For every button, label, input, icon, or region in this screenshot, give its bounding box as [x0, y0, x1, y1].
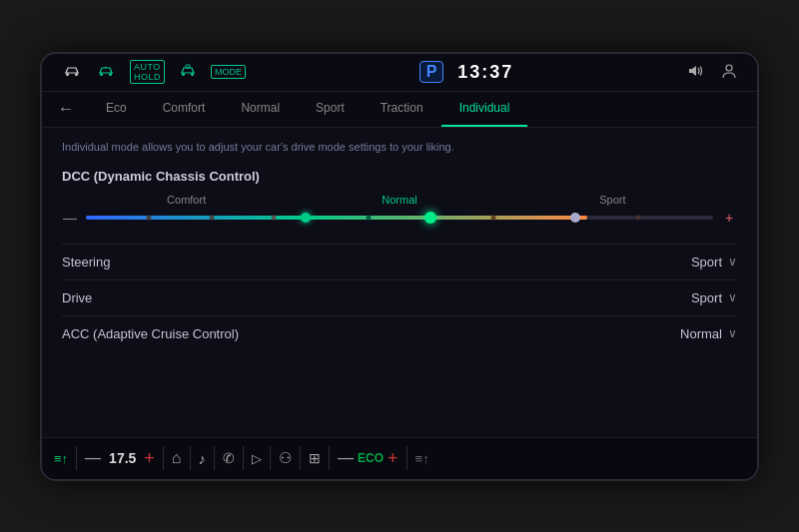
steering-label: Steering — [62, 255, 110, 269]
track-dot-2 — [209, 215, 214, 220]
status-bar: AUTOHOLD MODE P 13:37 — [42, 54, 757, 92]
comfort-label: Comfort — [80, 194, 293, 206]
svg-point-2 — [100, 73, 103, 76]
drive-chevron-icon: ∨ — [728, 290, 737, 304]
separator-2 — [163, 446, 164, 470]
tab-traction[interactable]: Traction — [363, 92, 441, 127]
svg-point-7 — [726, 65, 732, 71]
slider-dot-sport[interactable] — [570, 213, 580, 223]
acc-label: ACC (Adaptive Cruise Control) — [62, 326, 239, 341]
separator-1 — [76, 446, 77, 470]
track-dot-1 — [146, 215, 151, 220]
separator-8 — [329, 446, 330, 470]
back-button[interactable]: ← — [58, 100, 74, 118]
acc-chevron-icon: ∨ — [728, 326, 737, 340]
temp-plus-button[interactable]: + — [144, 448, 155, 469]
temperature-display: 17.5 — [109, 450, 136, 466]
parking-indicator: P — [419, 61, 444, 83]
separator-6 — [270, 446, 271, 470]
tab-comfort[interactable]: Comfort — [145, 92, 224, 127]
acc-value-dropdown[interactable]: Normal ∨ — [680, 326, 737, 341]
slider-plus-button[interactable]: + — [721, 210, 737, 226]
person-icon[interactable]: ⚇ — [279, 449, 292, 467]
slider-dot-normal[interactable] — [424, 212, 436, 224]
status-icons-right — [687, 63, 737, 82]
drive-label: Drive — [62, 290, 92, 305]
dcc-title: DCC (Dynamic Chassis Control) — [62, 169, 737, 184]
acc-value: Normal — [680, 326, 722, 341]
slider-track-wrapper: — + — [62, 210, 737, 226]
clock-display: 13:37 — [457, 62, 513, 83]
steering-value-dropdown[interactable]: Sport ∨ — [691, 255, 737, 269]
mode-icon: MODE — [211, 65, 246, 79]
mode-tabs: ← Eco Comfort Normal Sport Traction Indi… — [42, 92, 757, 128]
tab-normal[interactable]: Normal — [223, 92, 298, 127]
grid-icon[interactable]: ⊞ — [309, 450, 321, 466]
separator-9 — [406, 446, 407, 470]
slider-fill-right — [306, 216, 588, 220]
car-icon — [62, 64, 82, 81]
track-dot-5 — [491, 215, 496, 220]
seat-heat-icon[interactable]: ≡↑ — [54, 451, 68, 466]
svg-point-1 — [75, 73, 78, 76]
eco-label: ECO — [358, 451, 384, 465]
temp-minus-button[interactable]: — — [85, 449, 101, 467]
seat-adjust-icon[interactable]: ≡↑ — [415, 451, 429, 466]
eco-car-icon — [96, 64, 116, 81]
status-icons-left: AUTOHOLD MODE — [62, 60, 246, 84]
svg-point-4 — [182, 73, 185, 76]
volume-icon — [687, 64, 705, 81]
music-icon[interactable]: ♪ — [199, 450, 207, 467]
mode-description: Individual mode allows you to adjust you… — [62, 140, 737, 155]
dcc-section: DCC (Dynamic Chassis Control) Comfort No… — [62, 169, 737, 226]
slider-dot-comfort[interactable] — [301, 213, 311, 223]
steering-chevron-icon: ∨ — [728, 255, 737, 268]
eco-plus-icon[interactable]: + — [388, 448, 399, 469]
track-dot-3 — [272, 215, 277, 220]
eco-minus-icon[interactable]: — — [338, 449, 354, 467]
profile-icon — [721, 63, 737, 82]
track-dot-6 — [635, 215, 640, 220]
steering-value: Sport — [691, 255, 722, 269]
sport-label: Sport — [506, 194, 719, 206]
separator-5 — [243, 446, 244, 470]
separator-7 — [300, 446, 301, 470]
slider-labels: Comfort Normal Sport — [62, 194, 737, 206]
drive-value-dropdown[interactable]: Sport ∨ — [691, 290, 737, 305]
camera-icon — [179, 64, 197, 81]
svg-point-3 — [109, 73, 112, 76]
tab-sport[interactable]: Sport — [298, 92, 363, 127]
steering-row: Steering Sport ∨ — [62, 244, 737, 279]
svg-point-0 — [66, 73, 69, 76]
main-content: Individual mode allows you to adjust you… — [42, 128, 757, 437]
car-display-screen: AUTOHOLD MODE P 13:37 — [40, 52, 759, 481]
phone-icon[interactable]: ✆ — [223, 450, 235, 466]
tab-individual[interactable]: Individual — [441, 92, 528, 127]
svg-point-5 — [191, 73, 194, 76]
bottom-bar: ≡↑ — 17.5 + ⌂ ♪ ✆ ▷ ⚇ ⊞ — ECO + ≡↑ — [42, 437, 757, 479]
svg-rect-6 — [186, 65, 190, 68]
dcc-slider[interactable]: Comfort Normal Sport — — [62, 194, 737, 226]
normal-label: Normal — [293, 194, 505, 206]
acc-row: ACC (Adaptive Cruise Control) Normal ∨ — [62, 315, 737, 351]
separator-4 — [214, 446, 215, 470]
slider-track[interactable] — [86, 216, 713, 220]
drive-row: Drive Sport ∨ — [62, 279, 737, 315]
home-icon[interactable]: ⌂ — [172, 449, 182, 467]
media-play-icon[interactable]: ▷ — [252, 451, 262, 466]
auto-hold-icon: AUTOHOLD — [130, 60, 165, 84]
slider-minus-button[interactable]: — — [62, 210, 78, 226]
tab-eco[interactable]: Eco — [88, 92, 145, 127]
track-dot-4 — [366, 215, 371, 220]
drive-value: Sport — [691, 290, 722, 305]
separator-3 — [190, 446, 191, 470]
